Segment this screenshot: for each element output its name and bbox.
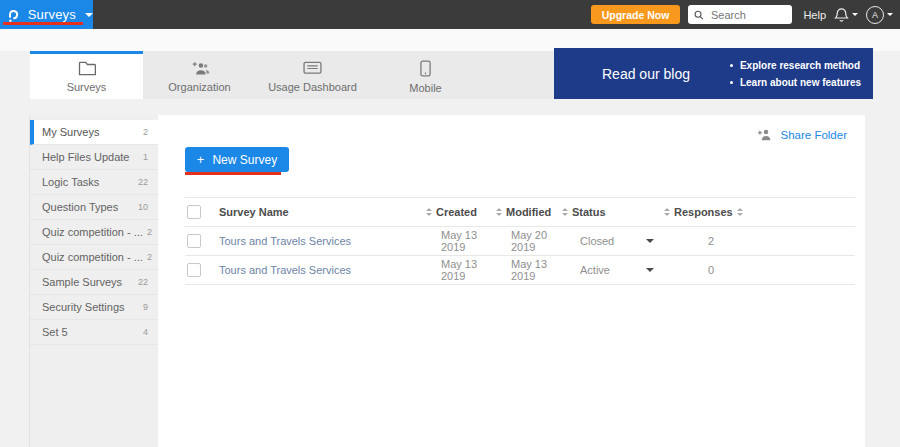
table-row: Tours and Travels Services May 13 2019 M…: [185, 227, 855, 256]
chevron-down-icon: [887, 13, 893, 16]
column-label: Responses: [674, 206, 733, 218]
status-dropdown-icon[interactable]: [646, 268, 654, 272]
new-survey-label: New Survey: [212, 153, 277, 167]
sort-icon[interactable]: [496, 208, 502, 216]
plus-icon: +: [197, 152, 205, 167]
tab-surveys[interactable]: Surveys: [30, 51, 143, 99]
share-person-add-icon: [757, 128, 772, 141]
column-label: Status: [572, 206, 606, 218]
topbar-actions: Upgrade Now Help A: [591, 5, 900, 24]
blog-bullet-text: Learn about new features: [740, 77, 861, 88]
blog-banner[interactable]: Read our blog Explore research method Le…: [554, 48, 873, 99]
tab-organization[interactable]: Organization: [143, 51, 256, 99]
status-dropdown-icon[interactable]: [646, 239, 654, 243]
topbar: Surveys Upgrade Now Help A: [0, 0, 900, 29]
tab-label: Usage Dashboard: [268, 81, 357, 93]
created-date: May 13 2019: [426, 258, 496, 282]
search-input[interactable]: [709, 8, 786, 22]
chevron-down-icon: [852, 13, 858, 16]
tab-label: Organization: [168, 81, 230, 93]
modified-date: May 20 2019: [496, 229, 562, 253]
folder-count-badge: 4: [139, 327, 148, 337]
search-icon: [694, 9, 704, 21]
product-label: Surveys: [28, 7, 76, 22]
sidebar-folder-item[interactable]: Quiz competition - ... 2: [30, 245, 158, 270]
sidebar-folder-item[interactable]: Set 5 4: [30, 320, 158, 345]
notifications-menu[interactable]: [834, 7, 858, 23]
select-all-checkbox[interactable]: [187, 205, 201, 219]
blog-bullet: Learn about new features: [730, 77, 861, 88]
blog-bullet-text: Explore research method: [740, 60, 860, 71]
new-survey-button[interactable]: + New Survey: [185, 147, 289, 172]
folder-count-badge: 2: [143, 252, 152, 262]
column-created: Created: [426, 206, 496, 218]
sidebar-folder-item[interactable]: Question Types 10: [30, 195, 158, 220]
account-menu[interactable]: A: [866, 6, 893, 24]
status-cell: Closed: [562, 235, 664, 247]
help-link[interactable]: Help: [803, 9, 826, 21]
blog-bullet: Explore research method: [730, 60, 861, 71]
tab-usage-dashboard[interactable]: Usage Dashboard: [256, 51, 369, 99]
sort-icon[interactable]: [664, 208, 670, 216]
people-add-icon: [190, 61, 210, 76]
folder-label: My Surveys: [42, 126, 99, 138]
folder-count-badge: 22: [134, 177, 148, 187]
folder-label: Question Types: [42, 201, 118, 213]
folder-count-badge: 22: [134, 277, 148, 287]
folder-label: Quiz competition - ...: [42, 226, 143, 238]
avatar: A: [866, 6, 884, 24]
app-switcher[interactable]: Surveys: [0, 0, 93, 29]
sidebar-folder-item[interactable]: Logic Tasks 22: [30, 170, 158, 195]
sort-icon[interactable]: [737, 208, 743, 216]
folder-count-badge: 2: [143, 227, 152, 237]
search-box[interactable]: [688, 5, 792, 24]
folders-sidebar: My Surveys 2 Help Files Update 1 Logic T…: [29, 115, 158, 447]
folder-count-badge: 10: [134, 202, 148, 212]
blog-banner-title: Read our blog: [602, 66, 690, 82]
sidebar-folder-item[interactable]: Security Settings 9: [30, 295, 158, 320]
folder-label: Quiz competition - ...: [42, 251, 143, 263]
created-date: May 13 2019: [426, 229, 496, 253]
folder-label: Logic Tasks: [42, 176, 99, 188]
responses-count: 0: [664, 264, 720, 276]
sidebar-folder-item[interactable]: Help Files Update 1: [30, 145, 158, 170]
annotation-underline-logo: [3, 22, 83, 25]
folder-label: Security Settings: [42, 301, 125, 313]
column-label: Modified: [506, 206, 551, 218]
share-folder-label: Share Folder: [781, 129, 847, 141]
tab-mobile[interactable]: Mobile: [369, 51, 482, 99]
folder-label: Sample Surveys: [42, 276, 122, 288]
status-cell: Active: [562, 264, 664, 276]
status-value: Closed: [580, 235, 614, 247]
status-value: Active: [580, 264, 610, 276]
tab-label: Surveys: [67, 81, 107, 93]
folder-count-badge: 2: [139, 127, 148, 137]
module-tabs: Surveys Organization Usage Dashboard Mob…: [30, 51, 554, 99]
sort-icon[interactable]: [562, 208, 568, 216]
row-checkbox[interactable]: [187, 263, 201, 277]
column-label: Survey Name: [219, 206, 289, 218]
sidebar-folder-item[interactable]: Quiz competition - ... 2: [30, 220, 158, 245]
modified-date: May 13 2019: [496, 258, 562, 282]
sort-icon[interactable]: [426, 208, 432, 216]
dashboard-screen-icon: [303, 61, 322, 76]
responses-count: 2: [664, 235, 720, 247]
blog-banner-bullets: Explore research method Learn about new …: [730, 60, 861, 88]
column-status: Status: [562, 206, 664, 218]
sidebar-folder-item[interactable]: Sample Surveys 22: [30, 270, 158, 295]
table-row: Tours and Travels Services May 13 2019 M…: [185, 256, 855, 285]
folder-count-badge: 9: [139, 302, 148, 312]
tab-label: Mobile: [409, 82, 441, 94]
share-folder-link[interactable]: Share Folder: [757, 128, 847, 141]
survey-name-link[interactable]: Tours and Travels Services: [219, 264, 426, 276]
row-checkbox[interactable]: [187, 234, 201, 248]
survey-name-link[interactable]: Tours and Travels Services: [219, 235, 426, 247]
column-label: Created: [436, 206, 477, 218]
folder-count-badge: 1: [139, 152, 148, 162]
column-survey-name: Survey Name: [219, 206, 426, 218]
upgrade-now-button[interactable]: Upgrade Now: [591, 5, 681, 24]
mobile-phone-icon: [420, 60, 431, 77]
sidebar-folder-item[interactable]: My Surveys 2: [30, 120, 158, 145]
folder-label: Help Files Update: [42, 151, 129, 163]
annotation-underline-new-survey: [185, 172, 281, 175]
